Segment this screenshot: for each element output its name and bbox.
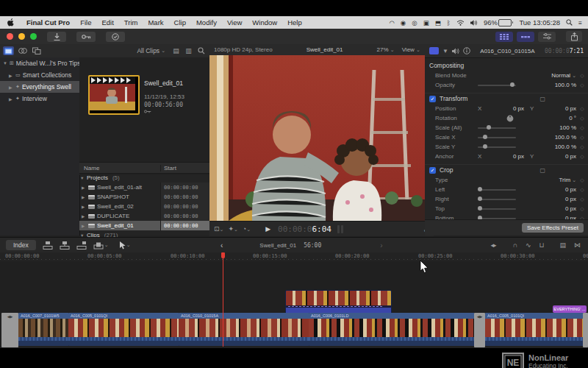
tool-selector[interactable]: ⌄	[119, 241, 131, 250]
scale-all-value[interactable]: 100 %	[542, 124, 576, 131]
insert-edit-icon[interactable]	[60, 241, 70, 250]
scale-y-value[interactable]: 100.0 %	[542, 144, 576, 150]
app-status-icon[interactable]: ▣	[423, 19, 429, 26]
append-edit-icon[interactable]	[76, 241, 87, 250]
disclosure-closed-icon[interactable]: ▶	[82, 214, 86, 219]
menu-clock[interactable]: Tue 13:05:28	[519, 18, 560, 26]
library-row[interactable]: ▼ ⊞ Michael W...l's Pro Tips	[0, 57, 79, 69]
column-name[interactable]: Name	[79, 165, 160, 171]
menu-help[interactable]: Help	[282, 18, 307, 26]
column-start[interactable]: Start	[160, 165, 209, 171]
disclosure-closed-icon[interactable]: ▶	[82, 195, 86, 199]
menu-trim[interactable]: Trim	[119, 18, 143, 26]
anchor-x-value[interactable]: 0 px	[481, 153, 524, 160]
transform-checkbox[interactable]: ✓	[429, 96, 436, 102]
timeline-ruler[interactable]: 00:00:00:00 00:00:05:00 00:00:10:00 00:0…	[0, 252, 588, 261]
menu-window[interactable]: Window	[247, 18, 282, 26]
trim-feedback-icon[interactable]: ◂▸	[490, 241, 495, 249]
keyframe-button[interactable]: ◇	[576, 106, 588, 112]
transition-browser-icon[interactable]: ⋈	[574, 241, 581, 249]
viewer-timecode[interactable]: 00:00:06:04	[278, 224, 331, 234]
transform-reset-icon[interactable]: ▢	[539, 96, 545, 102]
spotlight-icon[interactable]	[566, 19, 573, 26]
scale-x-slider[interactable]	[478, 137, 516, 138]
enhancements-popup[interactable]: ✦⌄	[228, 225, 237, 233]
display-icon[interactable]: ⬒	[435, 19, 441, 26]
inspector-toggle-button[interactable]	[538, 32, 556, 42]
opacity-slider[interactable]	[478, 85, 516, 86]
disclosure-closed-icon[interactable]: ▶	[82, 224, 86, 228]
list-row-swell-edit-02[interactable]: ▶Swell_edit_02 00:00:00:00	[79, 202, 209, 211]
overwrite-edit-icon[interactable]: ⌄	[93, 241, 109, 250]
menu-file[interactable]: File	[75, 18, 96, 26]
disclosure-closed-icon[interactable]: ▶	[82, 185, 86, 190]
keyframe-button[interactable]: ◇	[576, 187, 588, 193]
opacity-value[interactable]: 100.0 %	[542, 82, 576, 88]
clip-appearance-icon[interactable]: ▤	[559, 241, 566, 249]
position-y-value[interactable]: 0 px	[534, 105, 576, 112]
keyframe-button[interactable]: ◇	[576, 197, 588, 202]
search-icon[interactable]	[196, 46, 207, 55]
sidebar-titles-generators-icon[interactable]	[31, 46, 42, 55]
list-row-snapshot[interactable]: ▶SNAPSHOT 00:00:00:00	[79, 192, 209, 202]
crop-left-value[interactable]: 0 px	[542, 186, 576, 193]
crop-type-popup[interactable]: Trim⌄	[559, 177, 576, 183]
wifi-icon[interactable]	[456, 20, 465, 26]
transition-clip[interactable]	[583, 313, 588, 347]
timeline-view-button[interactable]	[517, 32, 534, 42]
keyframe-button[interactable]: ◇	[576, 82, 588, 88]
disclosure-open-icon[interactable]: ▼	[3, 61, 7, 66]
viewer-zoom-popup[interactable]: 27% ⌄	[377, 46, 395, 53]
anchor-y-value[interactable]: 0 px	[534, 153, 576, 160]
menu-mark[interactable]: Mark	[143, 18, 168, 26]
sidebar-item-smart-collections[interactable]: ▶ ▭ Smart Collections	[0, 69, 79, 81]
timeline-clip-1[interactable]: A016_C007_0101W5	[18, 313, 69, 346]
disclosure-closed-icon[interactable]: ▶	[9, 85, 13, 90]
save-effects-preset-button[interactable]: Save Effects Preset	[522, 223, 584, 233]
timeline-forward-icon[interactable]: ›	[380, 241, 382, 250]
minimize-window-button[interactable]	[18, 33, 25, 40]
siri-icon[interactable]: ◠	[389, 19, 394, 26]
disclosure-closed-icon[interactable]: ▶	[9, 73, 13, 78]
screen-record-icon[interactable]: ◉	[401, 19, 406, 26]
crop-right-slider[interactable]	[478, 199, 516, 200]
position-x-value[interactable]: 0 px	[481, 105, 524, 112]
crop-reset-icon[interactable]: ▢	[539, 167, 545, 174]
scale-all-slider[interactable]	[478, 127, 516, 129]
sidebar-item-everythings-swell[interactable]: ▶ ✦ Everythings Swell	[0, 81, 79, 93]
import-media-button[interactable]	[47, 32, 66, 42]
browser-view-button[interactable]	[495, 32, 513, 42]
audio-meters-icon[interactable]	[337, 225, 343, 233]
retime-popup[interactable]: ◔⌄	[243, 225, 251, 233]
zoom-window-button[interactable]	[30, 33, 37, 40]
timeline-clip-2[interactable]: A016_C005_0101QI	[68, 313, 179, 346]
rotation-value[interactable]: 0 °	[542, 115, 576, 121]
menu-view[interactable]: View	[222, 18, 247, 26]
timeline-clip-3[interactable]: A016_C010_01015A	[179, 313, 309, 346]
connected-title-badge[interactable]: EVERYTHING' ...	[553, 305, 587, 313]
rotation-dial[interactable]	[506, 115, 514, 122]
snapping-icon[interactable]: ⊔	[539, 241, 544, 249]
bluetooth-icon[interactable]: ᛒ	[447, 19, 451, 26]
sidebar-item-interview[interactable]: ▶ ✦ Interview	[0, 93, 79, 105]
keyframe-button[interactable]: ◇	[576, 154, 588, 160]
keyframe-button[interactable]: ◇	[576, 177, 588, 183]
menu-app-name[interactable]: Final Cut Pro	[21, 18, 75, 26]
sidebar-libraries-icon[interactable]	[3, 46, 14, 55]
list-row-swell-edit-01[interactable]: ▶Swell_edit_01 00:00:00:00	[79, 221, 209, 230]
disclosure-open-icon[interactable]: ▼	[80, 176, 85, 180]
keyframe-button[interactable]: ◇	[576, 73, 588, 79]
audio-skimming-icon[interactable]: ∩	[512, 241, 517, 249]
skimming-icon[interactable]: ∿	[526, 241, 531, 249]
mirroring-icon[interactable]: ◎	[412, 19, 417, 26]
blend-mode-popup[interactable]: Normal⌄	[551, 72, 576, 79]
timeline-clip-4[interactable]: A016_C006_0101LD	[309, 313, 475, 346]
list-row-swell-edit-01-alt[interactable]: ▶Swell_edit_01-alt 00:00:00:00	[79, 183, 209, 192]
keyframe-button[interactable]: ◇	[576, 144, 588, 150]
keyframe-button[interactable]: ◇	[576, 206, 588, 212]
clip-filter-popup[interactable]: All Clips	[137, 47, 159, 54]
crop-top-value[interactable]: 0 px	[542, 205, 576, 212]
transition-clip[interactable]: ◀▶	[1, 313, 18, 347]
apple-menu-icon[interactable]	[7, 18, 14, 26]
crop-left-slider[interactable]	[478, 189, 516, 191]
